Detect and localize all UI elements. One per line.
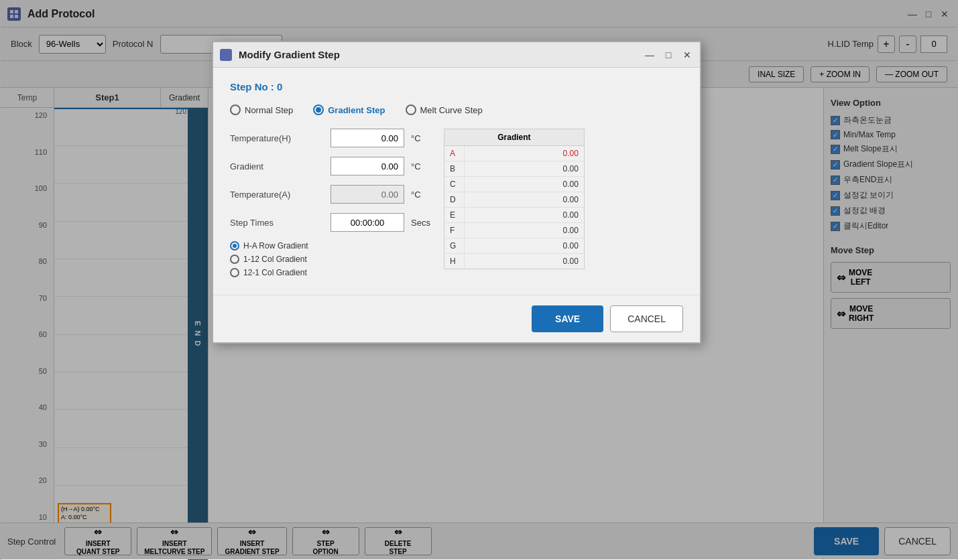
step-times-row: Step Times Secs xyxy=(230,213,430,232)
gradient-row-D: D 0.00 xyxy=(444,192,584,208)
gradient-table: Gradient A 0.00 B 0.00 C 0.00 xyxy=(444,129,585,269)
gradient-value-B: 0.00 xyxy=(465,161,584,176)
modify-gradient-dialog: Modify Gradient Step — □ ✕ Step No : 0 N… xyxy=(212,41,701,344)
col-1-12-label: 1-12 Col Gradient xyxy=(243,255,307,264)
gradient-input[interactable] xyxy=(331,157,404,176)
gradient-table-header: Gradient xyxy=(444,129,584,146)
gradient-row-G: G 0.00 xyxy=(444,238,584,254)
temperature-a-unit: °C xyxy=(411,190,421,200)
modal-cancel-button[interactable]: CANCEL xyxy=(610,305,683,332)
gradient-row: Gradient °C xyxy=(230,157,430,176)
temperature-h-label: Temperature(H) xyxy=(230,133,324,143)
step-type-radio-group: Normal Step Gradient Step Melt Curve Ste… xyxy=(230,104,683,115)
melt-curve-radio[interactable]: Melt Curve Step xyxy=(406,104,483,115)
normal-step-radio-circle[interactable] xyxy=(230,104,241,115)
temperature-h-unit: °C xyxy=(411,133,421,143)
melt-curve-radio-circle[interactable] xyxy=(406,104,416,115)
gradient-step-radio[interactable]: Gradient Step xyxy=(313,104,385,115)
gradient-step-label: Gradient Step xyxy=(328,105,385,115)
gradient-label-B: B xyxy=(444,161,465,176)
modal-save-button[interactable]: SAVE xyxy=(532,305,603,332)
gradient-value-D: 0.00 xyxy=(465,192,584,207)
gradient-table-container: Gradient A 0.00 B 0.00 C 0.00 xyxy=(444,129,585,281)
form-fields: Temperature(H) °C Gradient °C Temperatur… xyxy=(230,129,430,281)
temperature-a-row: Temperature(A) °C xyxy=(230,185,430,204)
gradient-label-F: F xyxy=(444,223,465,238)
normal-step-label: Normal Step xyxy=(245,105,293,115)
ha-row-label: H-A Row Gradient xyxy=(243,241,308,251)
step-times-input[interactable] xyxy=(331,213,404,232)
col-12-1-radio-circle[interactable] xyxy=(230,268,239,277)
gradient-row-F: F 0.00 xyxy=(444,223,584,238)
gradient-step-radio-circle[interactable] xyxy=(313,104,324,115)
normal-step-radio[interactable]: Normal Step xyxy=(230,104,293,115)
gradient-value-F: 0.00 xyxy=(465,223,584,238)
gradient-row-C: C 0.00 xyxy=(444,177,584,192)
melt-curve-label: Melt Curve Step xyxy=(420,105,483,115)
step-times-label: Step Times xyxy=(230,218,324,228)
modal-title: Modify Gradient Step xyxy=(239,49,637,60)
gradient-label-A: A xyxy=(444,146,465,161)
gradient-label-G: G xyxy=(444,238,465,253)
gradient-value-G: 0.00 xyxy=(465,238,584,253)
step-no-label: Step No : 0 xyxy=(230,81,683,92)
gradient-label-C: C xyxy=(444,177,465,192)
form-and-table: Temperature(H) °C Gradient °C Temperatur… xyxy=(230,129,683,281)
gradient-label-E: E xyxy=(444,208,465,222)
main-window: Add Protocol — □ ✕ Block 96-Wells Protoc… xyxy=(0,0,958,560)
gradient-value-A: 0.00 xyxy=(465,146,584,161)
gradient-row-A: A 0.00 xyxy=(444,146,584,161)
ha-row-gradient-radio[interactable]: H-A Row Gradient xyxy=(230,241,430,251)
temperature-h-row: Temperature(H) °C xyxy=(230,129,430,147)
modal-maximize-button[interactable]: □ xyxy=(662,49,674,61)
gradient-row-H: H 0.00 xyxy=(444,254,584,269)
gradient-value-E: 0.00 xyxy=(465,208,584,222)
col-1-12-gradient-radio[interactable]: 1-12 Col Gradient xyxy=(230,255,430,264)
modal-app-icon xyxy=(220,49,232,61)
gradient-field-label: Gradient xyxy=(230,161,324,171)
gradient-radio-group: H-A Row Gradient 1-12 Col Gradient 12-1 … xyxy=(230,241,430,277)
gradient-value-H: 0.00 xyxy=(465,254,584,269)
gradient-value-C: 0.00 xyxy=(465,177,584,192)
temperature-a-input[interactable] xyxy=(331,185,404,204)
ha-row-radio-circle[interactable] xyxy=(230,241,239,251)
col-12-1-label: 12-1 Col Gradient xyxy=(243,268,307,277)
modal-close-button[interactable]: ✕ xyxy=(681,49,693,61)
modal-body: Step No : 0 Normal Step Gradient Step Me… xyxy=(213,68,700,295)
col-1-12-radio-circle[interactable] xyxy=(230,255,239,264)
col-12-1-gradient-radio[interactable]: 12-1 Col Gradient xyxy=(230,268,430,277)
temperature-h-input[interactable] xyxy=(331,129,404,147)
gradient-label-D: D xyxy=(444,192,465,207)
modal-footer: SAVE CANCEL xyxy=(213,295,700,342)
temperature-a-label: Temperature(A) xyxy=(230,190,324,200)
modal-minimize-button[interactable]: — xyxy=(644,49,656,61)
gradient-row-B: B 0.00 xyxy=(444,161,584,177)
gradient-row-E: E 0.00 xyxy=(444,208,584,223)
modal-titlebar: Modify Gradient Step — □ ✕ xyxy=(213,42,700,68)
gradient-unit: °C xyxy=(411,161,421,171)
step-times-unit: Secs xyxy=(411,218,430,228)
gradient-label-H: H xyxy=(444,254,465,269)
